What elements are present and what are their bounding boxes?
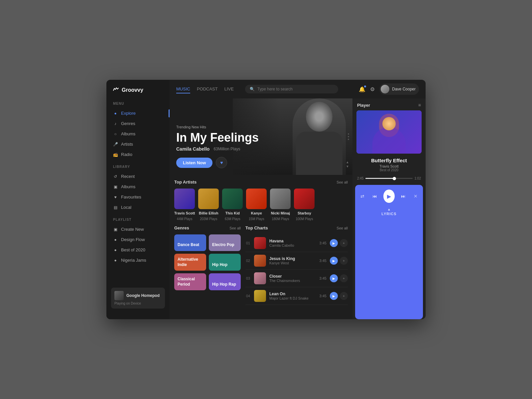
hero-up-arrow[interactable]: ▲: [346, 160, 349, 164]
artist-card-billie[interactable]: Billie Ellish 203M Plays: [198, 189, 219, 221]
artist-card-nicki[interactable]: Nicki Minaj 180M Plays: [270, 189, 291, 221]
notification-dot: [364, 85, 366, 87]
artist-avatar-billie: [198, 189, 219, 209]
app-logo: Groovvy: [106, 86, 170, 102]
chart-play-btn-1[interactable]: ▶: [330, 239, 338, 247]
artist-name-travis: Travis Scott: [174, 211, 195, 215]
artist-plays-kanye: 15M Plays: [249, 217, 264, 221]
repeat-button[interactable]: ⇄: [358, 192, 366, 201]
explore-icon: ●: [113, 111, 118, 116]
genre-card-electro[interactable]: Electro Pop: [209, 234, 241, 251]
next-button[interactable]: ⏭: [399, 192, 407, 201]
hero-meta: Camila Cabello 63Million Plays: [176, 146, 259, 152]
hero-content: Trending New Hits In My Feelings Camila …: [176, 125, 259, 168]
chart-play-btn-4[interactable]: ▶: [330, 292, 338, 300]
artists-see-all[interactable]: See all: [336, 180, 348, 184]
sidebar-item-recent[interactable]: ↺ Recent: [106, 171, 170, 182]
genre-card-hiphoprap[interactable]: Hip Hop Rap: [209, 273, 241, 290]
sidebar-item-create-new[interactable]: ▣ Create New: [106, 224, 170, 234]
play-pause-button[interactable]: ▶: [383, 190, 395, 203]
progress-total: 1:02: [415, 177, 421, 180]
chart-song-2: Jesus is King: [269, 256, 316, 261]
sidebar-item-design-flow[interactable]: ● Design Flow: [106, 234, 170, 245]
charts-header: Top Charts See all: [245, 225, 348, 230]
device-name: Google Homepod: [126, 293, 160, 298]
artist-card-kanye[interactable]: Kanye 15M Plays: [246, 189, 267, 221]
genre-card-hip[interactable]: Hip Hop: [209, 254, 241, 271]
top-artists: Top Artists See all Travis Scott 44M Pla…: [174, 180, 348, 221]
favourite-button[interactable]: ♥: [216, 157, 227, 168]
hero-down-arrow[interactable]: ▼: [346, 165, 349, 168]
hero-dots: [348, 133, 349, 140]
genre-card-dance[interactable]: Dance Beat: [174, 234, 206, 251]
player-song-title: Butterfly Effect: [356, 158, 422, 163]
progress-fill: [365, 178, 396, 179]
sidebar-item-artists[interactable]: 🎤 Artists: [106, 139, 170, 149]
artist-avatar-travis: [174, 189, 195, 209]
chart-add-btn-1[interactable]: +: [340, 239, 348, 247]
genres-see-all[interactable]: See all: [229, 226, 241, 230]
genres-grid: Dance Beat Electro Pop Alternative Indie…: [174, 234, 241, 290]
main-content: MUSIC PODCAST LIVE 🔍 🔔 ⚙ Dave Cooper: [170, 80, 426, 319]
player-title: Player: [357, 103, 370, 108]
artist-plays-nicki: 180M Plays: [272, 217, 289, 221]
sidebar-item-label: Radio: [121, 152, 132, 157]
sidebar-item-label: Artists: [121, 142, 133, 147]
player-queue-icon[interactable]: ≡: [418, 102, 421, 108]
sidebar-item-albums-lib[interactable]: ▣ Albums: [106, 182, 170, 192]
sidebar-item-albums[interactable]: ○ Albums: [106, 129, 170, 139]
notification-icon[interactable]: 🔔: [359, 86, 365, 92]
genre-card-alt[interactable]: Alternative Indie: [174, 254, 206, 271]
tab-podcast[interactable]: PODCAST: [197, 85, 218, 93]
genres-header: Genres See all: [174, 225, 241, 230]
chart-item-3[interactable]: 03 Closer The Chainsmokers 3:45 ▶ +: [245, 270, 348, 287]
progress-bar[interactable]: [365, 178, 412, 179]
chart-item-2[interactable]: 02 Jesus is King Kanye West 3:45 ▶ +: [245, 252, 348, 270]
search-bar[interactable]: 🔍: [245, 85, 338, 93]
sidebar-item-label: Nigeria Jams: [121, 258, 146, 263]
chart-item-1[interactable]: 01 Havana Camila Cabello 3:45 ▶ +: [245, 234, 348, 252]
sidebar: Groovvy MENU ● Explore ♪ Genres ○ Albums…: [106, 80, 170, 319]
chart-actions-3: ▶ +: [330, 274, 348, 282]
settings-icon[interactable]: ⚙: [370, 86, 375, 92]
lyrics-button[interactable]: ▲ LYRICS: [358, 205, 420, 216]
device-card[interactable]: Google Homepod Playing on Device: [111, 288, 165, 309]
sidebar-item-best-2020[interactable]: ● Best of 2020: [106, 245, 170, 255]
sidebar-item-genres[interactable]: ♪ Genres: [106, 118, 170, 129]
progress-current: 2:45: [357, 177, 363, 180]
prev-button[interactable]: ⏮: [371, 192, 379, 201]
artist-card-starboy[interactable]: Starboy 100M Plays: [294, 189, 315, 221]
sidebar-item-explore[interactable]: ● Explore: [106, 108, 170, 118]
genre-label-alt: Alternative Indie: [178, 257, 203, 267]
chart-add-btn-4[interactable]: +: [340, 292, 348, 300]
sidebar-item-favourites[interactable]: ♥ Favourites: [106, 192, 170, 202]
progress-thumb: [393, 177, 396, 180]
header-right: 🔔 ⚙ Dave Cooper: [359, 83, 419, 95]
sidebar-item-local[interactable]: ▤ Local: [106, 202, 170, 212]
tab-live[interactable]: LIVE: [224, 85, 234, 93]
hero-title: In My Feelings: [176, 131, 259, 144]
chart-add-btn-3[interactable]: +: [340, 274, 348, 282]
sidebar-item-radio[interactable]: 📻 Radio: [106, 149, 170, 160]
chart-play-btn-3[interactable]: ▶: [330, 274, 338, 282]
genre-card-classical[interactable]: Classical Period: [174, 273, 206, 290]
chart-info-4: Lean On Major Lazer ft DJ Snake: [269, 292, 316, 300]
user-badge[interactable]: Dave Cooper: [379, 83, 419, 95]
content-main: Trending New Hits In My Feelings Camila …: [170, 98, 352, 319]
chart-play-btn-2[interactable]: ▶: [330, 257, 338, 265]
artists-header: Top Artists See all: [174, 180, 348, 185]
listen-now-button[interactable]: Listen Now: [176, 158, 212, 168]
artist-card-thiskid[interactable]: This Kid 63M Plays: [222, 189, 243, 221]
search-input[interactable]: [257, 87, 333, 91]
artist-plays-billie: 203M Plays: [200, 217, 217, 221]
sidebar-item-nigeria-jams[interactable]: ● Nigeria Jams: [106, 255, 170, 265]
chart-actions-2: ▶ +: [330, 257, 348, 265]
charts-see-all[interactable]: See all: [336, 226, 348, 230]
chart-actions-1: ▶ +: [330, 239, 348, 247]
chart-item-4[interactable]: 04 Lean On Major Lazer ft DJ Snake 3:45 …: [245, 287, 348, 305]
tab-music[interactable]: MUSIC: [176, 85, 190, 93]
chart-add-btn-2[interactable]: +: [340, 257, 348, 265]
close-button[interactable]: ✕: [412, 192, 420, 201]
playlist-icon-3: ●: [113, 258, 118, 263]
artist-card-travis[interactable]: Travis Scott 44M Plays: [174, 189, 195, 221]
